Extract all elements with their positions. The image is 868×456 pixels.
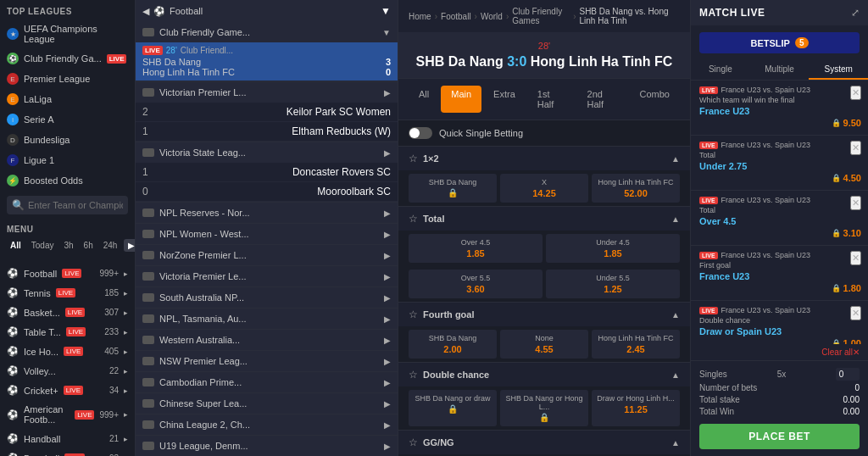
time-filter-6h[interactable]: 6h — [81, 239, 97, 252]
league-item-bun[interactable]: D Bundesliga — [0, 130, 135, 150]
time-filter-all[interactable]: All — [7, 239, 25, 252]
betting-tab-main[interactable]: Main — [441, 86, 481, 113]
league-item-ucl[interactable]: ★ UEFA Champions League — [0, 19, 135, 48]
betting-tab-extra[interactable]: Extra — [483, 86, 526, 113]
match-item-eltham[interactable]: 1 Eltham Redbucks (W) — [136, 122, 398, 142]
breadcrumb-item-0[interactable]: Home — [409, 12, 431, 21]
odds-btn[interactable]: Under 4.5 1.85 — [546, 234, 680, 263]
bet-type-tab-multiple[interactable]: Multiple — [750, 60, 810, 80]
league-group-header[interactable]: South Australia NP... ▶ — [136, 287, 398, 308]
match-item-keilor[interactable]: 2 Keilor Park SC Women — [136, 103, 398, 122]
betting-tab-combo[interactable]: Combo — [630, 86, 680, 113]
odds-btn[interactable]: None 4.55 — [500, 330, 588, 359]
odds-btn[interactable]: SHB Da Nang or draw 🔒 — [409, 390, 497, 426]
odds-btn[interactable]: Over 5.5 3.60 — [409, 270, 542, 298]
betting-tab-all[interactable]: All — [409, 86, 439, 113]
odds-btn[interactable]: X 14.25 — [500, 174, 588, 203]
league-group-header[interactable]: NPL Women - West... ▶ — [136, 224, 398, 244]
time-filter-next[interactable]: ▶ — [124, 239, 136, 252]
match-item-mooroolbark[interactable]: 0 Mooroolbark SC — [136, 182, 398, 202]
betslip-close-button[interactable]: ✕ — [850, 306, 861, 320]
odds-btn[interactable]: Hong Linh Ha Tinh FC 52.00 — [592, 174, 680, 203]
menu-title: MENU — [7, 225, 128, 234]
bet-type-tab-single[interactable]: Single — [691, 60, 750, 80]
league-item-friendly[interactable]: ⚽ Club Friendly Ga... LIVE — [0, 48, 135, 69]
sport-item-icehockey[interactable]: ⚽ Ice Ho... LIVE 405 ▸ — [0, 342, 135, 361]
league-group-header[interactable]: Victorian Premier L... ▶ — [136, 82, 398, 103]
quick-bet-toggle[interactable] — [409, 127, 432, 139]
market-header[interactable]: ☆ Total ▲ — [398, 207, 690, 231]
sport-chevron: ▸ — [124, 435, 128, 443]
market-header[interactable]: ☆ Double chance ▲ — [398, 363, 690, 386]
betslip-close-button[interactable]: ✕ — [850, 141, 861, 155]
sport-item-handball[interactable]: ⚽ Handball 21 ▸ — [0, 429, 135, 448]
odds-btn[interactable]: Hong Linh Ha Tinh FC 2.45 — [592, 330, 680, 359]
match-item-doncaster[interactable]: 1 Doncaster Rovers SC — [136, 163, 398, 182]
odds-btn[interactable]: SHB Da Nang 2.00 — [409, 330, 497, 359]
league-group-header[interactable]: Chinese Super Lea... ▶ — [136, 393, 398, 414]
bet-type-tab-system[interactable]: System — [809, 60, 868, 80]
time-filter-3h[interactable]: 3h — [60, 239, 76, 252]
sport-item-tabletennis[interactable]: ⚽ Table T... LIVE 233 ▸ — [0, 322, 135, 342]
breadcrumb-item-1[interactable]: Football — [441, 12, 471, 21]
sport-item-basketball[interactable]: ⚽ Basket... LIVE 307 ▸ — [0, 303, 135, 322]
odds-btn[interactable]: Under 5.5 1.25 — [546, 270, 680, 298]
match-team2: Hong Linh Ha Tinh FC — [531, 54, 673, 69]
betting-tab-1sthalf[interactable]: 1st Half — [527, 86, 576, 113]
search-input[interactable] — [28, 200, 123, 210]
league-group-header[interactable]: Western Australia... ▶ — [136, 330, 398, 350]
league-group-header[interactable]: Victoria State Leag... ▶ — [136, 142, 398, 163]
sport-item-baseball[interactable]: ⚽ Baseball LIVE 93 ▸ — [0, 448, 135, 456]
sport-item-tennis[interactable]: ⚽ Tennis LIVE 185 ▸ — [0, 283, 135, 303]
time-filter-today[interactable]: Today — [28, 239, 58, 252]
sport-live-badge: LIVE — [65, 308, 85, 317]
singles-input[interactable] — [836, 368, 860, 381]
market-header[interactable]: ☆ GG/NG ▲ — [398, 431, 690, 454]
league-group-header[interactable]: NorZone Premier L... ▶ — [136, 245, 398, 265]
odds-btn[interactable]: Over 4.5 1.85 — [409, 234, 542, 263]
lock-icon: 🔒 — [832, 119, 841, 127]
league-item-bo[interactable]: ⚡ Boosted Odds — [0, 170, 135, 191]
league-group-header[interactable]: China League 2, Ch... ▶ — [136, 414, 398, 435]
betslip-close-button[interactable]: ✕ — [850, 196, 861, 210]
league-group-cambodian: Cambodian Prime... ▶ — [136, 372, 398, 393]
mp-expand-icon[interactable]: ▼ — [381, 5, 391, 17]
league-group-header[interactable]: NPL, Tasmania, Au... ▶ — [136, 309, 398, 329]
sport-icon: ⚽ — [7, 433, 19, 444]
league-item-sa[interactable]: I Serie A — [0, 109, 135, 130]
betslip-button[interactable]: BETSLIP 5 — [699, 32, 860, 53]
league-group-header[interactable]: Victoria Premier Le... ▶ — [136, 266, 398, 286]
back-icon[interactable]: ◀ — [142, 6, 149, 17]
betslip-item-b5: LIVE France U23 vs. Spain U23 ✕ Double c… — [691, 301, 868, 344]
betslip-close-button[interactable]: ✕ — [850, 86, 861, 100]
odds-btn[interactable]: SHB Da Nang or Hong L... 🔒 — [500, 390, 588, 426]
league-item-la[interactable]: E LaLiga — [0, 89, 135, 109]
match-team: Mooroolbark SC — [317, 186, 391, 197]
league-group-header[interactable]: NPL Reserves - Nor... ▶ — [136, 203, 398, 223]
league-group-header[interactable]: Club Friendly Game... ▼ — [136, 22, 398, 42]
league-item-pl[interactable]: E Premier League — [0, 69, 135, 89]
betslip-close-button[interactable]: ✕ — [850, 251, 861, 265]
odds-btn[interactable]: Draw or Hong Linh H... 11.25 — [592, 390, 680, 426]
league-group-header[interactable]: NSW Premier Leag... ▶ — [136, 351, 398, 371]
lock-icon: 🔒 — [832, 229, 841, 237]
expand-icon[interactable]: ⤢ — [851, 7, 860, 19]
clear-all-button[interactable]: Clear all — [821, 348, 853, 357]
sport-item-football[interactable]: ⚽ Football LIVE 999+ ▸ — [0, 264, 135, 283]
league-group-header[interactable]: Cambodian Prime... ▶ — [136, 372, 398, 392]
time-filter-24h[interactable]: 24h — [100, 239, 121, 252]
match-item-shb[interactable]: LIVE 28' Club Friendl... SHB Da Nang3 Ho… — [136, 42, 398, 81]
breadcrumb-item-2[interactable]: World — [481, 12, 503, 21]
sport-item-volleyball[interactable]: ⚽ Volley... 22 ▸ — [0, 361, 135, 381]
league-group-header[interactable]: U19 League, Denm... ▶ — [136, 436, 398, 456]
sport-item-cricket[interactable]: ⚽ Cricket+ LIVE 34 ▸ — [0, 381, 135, 400]
odds-btn[interactable]: SHB Da Nang 🔒 — [409, 174, 497, 203]
breadcrumb-item-3[interactable]: Club Friendly Games — [512, 7, 570, 25]
sport-item-americanfootball[interactable]: ⚽ American Footb... LIVE 999+ ▸ — [0, 400, 135, 429]
search-box[interactable]: 🔍 — [7, 196, 128, 214]
place-bet-button[interactable]: PLACE BET — [699, 424, 860, 449]
market-header[interactable]: ☆ Fourth goal ▲ — [398, 303, 690, 326]
league-item-l1[interactable]: F Ligue 1 — [0, 150, 135, 170]
market-header[interactable]: ☆ 1×2 ▲ — [398, 147, 690, 170]
betting-tab-2ndhalf[interactable]: 2nd Half — [577, 86, 628, 113]
